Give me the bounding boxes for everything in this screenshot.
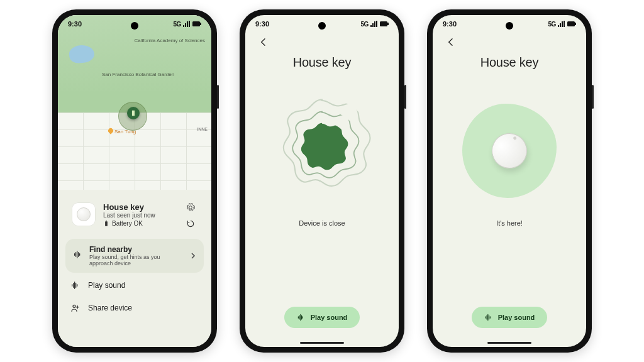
play-sound-label: Play sound — [311, 314, 348, 321]
screen: 9:30 5G California Academy of Sciences S… — [58, 15, 211, 347]
status-time: 9:30 — [68, 20, 82, 28]
device-card: House key Last seen just now Battery OK — [65, 196, 204, 235]
sound-wave-icon — [297, 313, 306, 322]
battery-icon — [192, 21, 201, 26]
finder-title: House key — [480, 55, 539, 70]
signal-icon — [183, 21, 191, 27]
refresh-button[interactable] — [186, 219, 196, 229]
device-last-seen: Last seen just now — [103, 212, 179, 219]
finder-view: House key Device is close Play sound — [245, 33, 399, 347]
back-button[interactable] — [443, 34, 459, 50]
battery-icon — [380, 21, 389, 26]
bottom-sheet: House key Last seen just now Battery OK — [58, 190, 211, 347]
find-nearby-title: Find nearby — [89, 245, 184, 254]
map-poi-botanical-garden: San Francisco Botanical Garden — [102, 72, 174, 77]
map-poi-inner: INNE — [197, 127, 208, 131]
gear-icon — [186, 203, 195, 212]
status-network: 5G — [548, 21, 556, 28]
chevron-right-icon — [190, 250, 196, 261]
find-nearby-subtitle: Play sound, get hints as you approach de… — [89, 254, 184, 266]
arrow-left-icon — [446, 37, 456, 47]
arrow-left-icon — [258, 37, 269, 47]
sound-wave-icon — [484, 313, 493, 322]
proximity-indicator — [456, 97, 563, 204]
phone-frame-1: 9:30 5G California Academy of Sciences S… — [52, 9, 217, 353]
battery-icon — [567, 21, 576, 26]
refresh-icon — [186, 219, 195, 228]
camera-hole-icon — [131, 22, 138, 30]
share-person-icon — [70, 303, 80, 313]
device-pin-icon — [130, 110, 136, 116]
svg-rect-8 — [575, 23, 576, 25]
map-poi-california-academy: California Academy of Sciences — [135, 38, 206, 43]
device-battery-status: Battery OK — [103, 220, 179, 227]
finder-title: House key — [293, 55, 352, 70]
svg-rect-2 — [105, 221, 108, 226]
svg-rect-7 — [567, 21, 575, 26]
sound-wave-icon — [70, 280, 80, 290]
svg-rect-6 — [387, 23, 389, 25]
screen: 9:30 5G House key It's here! Play sound — [433, 15, 586, 347]
device-location-pin[interactable] — [127, 107, 140, 119]
play-sound-label: Play sound — [498, 314, 535, 321]
status-network: 5G — [360, 21, 369, 28]
home-indicator[interactable] — [487, 342, 531, 344]
status-time: 9:30 — [255, 20, 269, 28]
proximity-status: It's here! — [496, 219, 523, 227]
share-device-row[interactable]: Share device — [65, 298, 204, 318]
finder-view: House key It's here! Play sound — [433, 33, 586, 347]
phone-frame-3: 9:30 5G House key It's here! Play sound — [427, 9, 592, 353]
svg-rect-5 — [380, 21, 387, 26]
camera-hole-icon — [506, 22, 513, 30]
home-indicator[interactable] — [300, 342, 344, 344]
sound-wave-icon — [73, 250, 83, 262]
map-view[interactable]: California Academy of Sciences San Franc… — [58, 15, 211, 197]
svg-rect-3 — [106, 221, 107, 221]
play-sound-button[interactable]: Play sound — [472, 307, 548, 328]
tracker-tag-icon — [77, 207, 91, 221]
play-sound-button[interactable]: Play sound — [284, 307, 360, 328]
settings-button[interactable] — [186, 202, 196, 212]
svg-rect-1 — [200, 23, 201, 25]
screen: 9:30 5G House key — [245, 15, 399, 347]
proximity-status: Device is close — [299, 219, 345, 227]
battery-status-icon — [103, 221, 109, 227]
device-thumbnail — [72, 202, 96, 226]
proximity-blob-icon — [293, 122, 351, 180]
proximity-indicator — [269, 97, 375, 204]
svg-rect-0 — [192, 21, 200, 26]
find-nearby-card[interactable]: Find nearby Play sound, get hints as you… — [65, 239, 204, 273]
signal-icon — [370, 21, 378, 27]
status-network: 5G — [173, 21, 181, 28]
status-time: 9:30 — [443, 20, 457, 28]
share-device-label: Share device — [88, 304, 132, 312]
play-sound-row[interactable]: Play sound — [65, 275, 204, 295]
play-sound-label: Play sound — [88, 281, 125, 290]
camera-hole-icon — [318, 22, 326, 30]
device-name: House key — [103, 202, 179, 212]
phone-frame-2: 9:30 5G House key — [240, 9, 404, 353]
back-button[interactable] — [255, 34, 272, 50]
svg-point-4 — [73, 305, 75, 307]
signal-icon — [558, 21, 565, 27]
